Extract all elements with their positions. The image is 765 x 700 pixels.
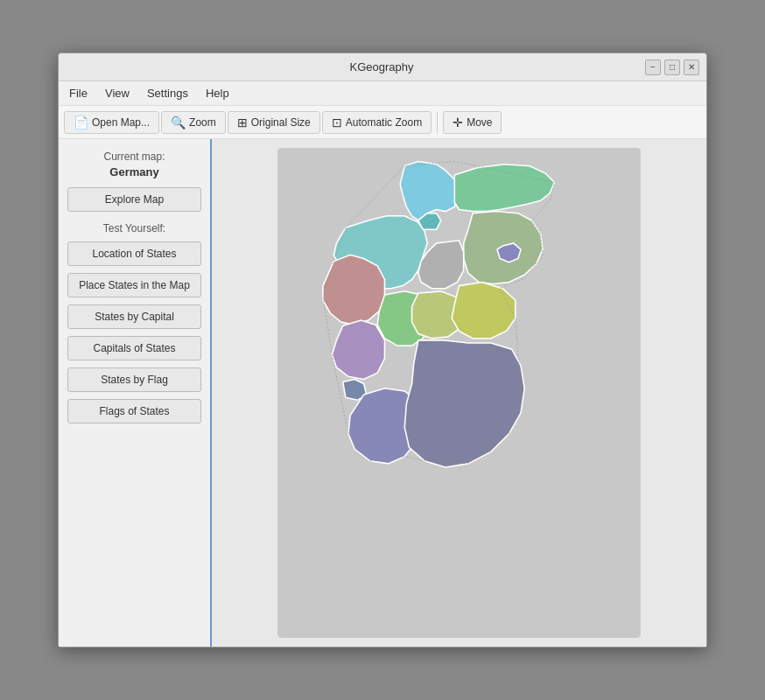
window-title: KGeography (118, 60, 645, 74)
states-by-flag-button[interactable]: States by Flag (67, 368, 201, 392)
current-map-label: Current map: Germany (67, 150, 201, 180)
menu-bar: File View Settings Help (59, 81, 706, 106)
open-map-icon: 📄 (74, 116, 88, 130)
move-icon: ✛ (453, 116, 463, 130)
place-states-button[interactable]: Place States in the Map (67, 273, 201, 298)
menu-help[interactable]: Help (199, 84, 236, 102)
minimize-button[interactable]: − (645, 60, 661, 75)
current-map-name: Germany (109, 165, 158, 178)
zoom-icon: 🔍 (171, 116, 186, 130)
window-controls: − □ ✕ (645, 60, 699, 75)
flags-of-states-button[interactable]: Flags of States (67, 399, 201, 424)
original-size-button[interactable]: ⊞ Original Size (228, 111, 320, 134)
map-container (221, 148, 698, 638)
menu-view[interactable]: View (98, 84, 137, 102)
original-size-icon: ⊞ (237, 116, 248, 130)
states-by-capital-button[interactable]: States by Capital (67, 304, 201, 329)
main-window: KGeography − □ ✕ File View Settings Help… (58, 52, 707, 648)
capitals-of-states-button[interactable]: Capitals of States (67, 336, 201, 360)
zoom-button[interactable]: 🔍 Zoom (161, 111, 226, 134)
sidebar: Current map: Germany Explore Map Test Yo… (59, 139, 212, 647)
menu-file[interactable]: File (62, 84, 95, 102)
automatic-zoom-button[interactable]: ⊡ Automatic Zoom (322, 111, 432, 134)
toolbar-separator (437, 112, 438, 133)
toolbar: 📄 Open Map... 🔍 Zoom ⊞ Original Size ⊡ A… (59, 106, 706, 139)
nrw-region[interactable] (323, 255, 385, 325)
open-map-button[interactable]: 📄 Open Map... (64, 111, 159, 134)
title-bar: KGeography − □ ✕ (59, 53, 706, 81)
menu-settings[interactable]: Settings (140, 84, 195, 102)
explore-map-button[interactable]: Explore Map (67, 187, 201, 212)
move-button[interactable]: ✛ Move (443, 111, 502, 134)
maximize-button[interactable]: □ (664, 60, 680, 75)
location-of-states-button[interactable]: Location of States (67, 242, 201, 266)
germany-map-svg[interactable] (221, 148, 698, 638)
saxony-region[interactable] (452, 282, 516, 338)
test-yourself-label: Test Yourself: (67, 222, 201, 234)
automatic-zoom-icon: ⊡ (332, 116, 342, 130)
content-area: Current map: Germany Explore Map Test Yo… (59, 139, 706, 647)
map-area[interactable] (212, 139, 706, 647)
close-button[interactable]: ✕ (684, 60, 699, 75)
